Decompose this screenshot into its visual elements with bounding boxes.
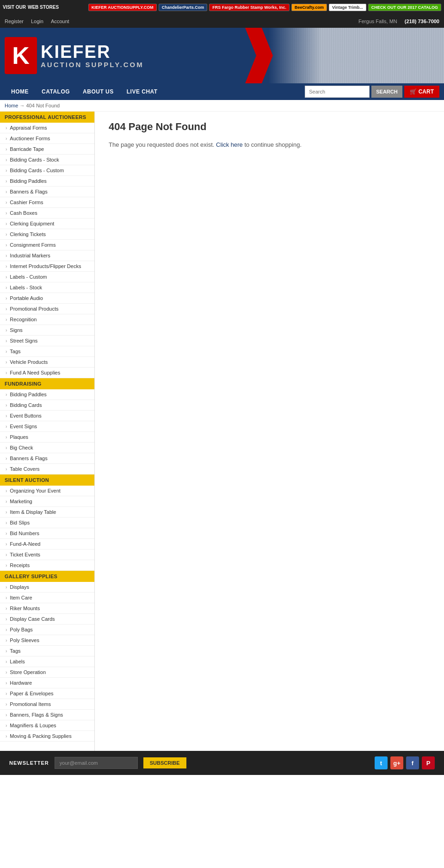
continue-shopping-link[interactable]: Click here — [216, 141, 243, 148]
chevron-right-icon: › — [6, 563, 7, 568]
sidebar-item-0-20[interactable]: ›Street Signs — [0, 336, 94, 346]
sidebar-item-3-5[interactable]: ›Poly Sleeves — [0, 635, 94, 646]
sidebar-item-0-17[interactable]: ›Promotional Products — [0, 304, 94, 314]
sidebar-item-3-4[interactable]: ›Poly Bags — [0, 624, 94, 635]
search-input[interactable] — [305, 86, 370, 98]
store-vintage[interactable]: Vintage Trimb... — [329, 4, 366, 11]
nav-login[interactable]: Login — [31, 19, 43, 24]
twitter-icon[interactable]: t — [375, 756, 388, 769]
sidebar-item-0-11[interactable]: ›Consignment Forms — [0, 240, 94, 250]
nav-livechat[interactable]: LIVE CHAT — [120, 83, 164, 100]
chevron-right-icon: › — [6, 585, 7, 590]
sidebar-item-3-0[interactable]: ›Displays — [0, 582, 94, 593]
sidebar-item-3-13[interactable]: ›Magnifiers & Loupes — [0, 720, 94, 731]
pinterest-icon[interactable]: P — [422, 756, 435, 769]
facebook-icon[interactable]: f — [406, 756, 419, 769]
chevron-right-icon: › — [6, 403, 7, 408]
nav-register[interactable]: Register — [5, 19, 24, 24]
sidebar-section-header-0: PROFESSIONAL AUCTIONEERS — [0, 112, 94, 123]
sidebar-item-1-0[interactable]: ›Bidding Paddles — [0, 389, 94, 400]
subscribe-button[interactable]: SUBSCRIBE — [143, 757, 186, 768]
sidebar-item-2-0[interactable]: ›Organizing Your Event — [0, 486, 94, 496]
sidebar-item-0-2[interactable]: ›Barricade Tape — [0, 144, 94, 155]
sidebar-item-0-18[interactable]: ›Recognition — [0, 314, 94, 325]
store-beecrafty[interactable]: BeeCrafty.com — [291, 4, 327, 11]
chevron-right-icon: › — [6, 136, 7, 141]
error-message: The page you requested does not exist. C… — [109, 140, 430, 150]
chevron-right-icon: › — [6, 413, 7, 418]
sidebar-item-1-2[interactable]: ›Event Buttons — [0, 411, 94, 421]
sidebar-item-0-16[interactable]: ›Portable Audio — [0, 293, 94, 304]
sidebar-item-1-7[interactable]: ›Table Covers — [0, 464, 94, 475]
breadcrumb-home[interactable]: Home — [5, 103, 18, 108]
chevron-right-icon: › — [6, 531, 7, 536]
chevron-right-icon: › — [6, 488, 7, 493]
cart-button[interactable]: 🛒 CART — [404, 86, 439, 98]
sidebar-item-2-1[interactable]: ›Marketing — [0, 496, 94, 507]
sidebar-item-2-5[interactable]: ›Fund-A-Need — [0, 539, 94, 550]
sidebar-item-0-14[interactable]: ›Labels - Custom — [0, 272, 94, 282]
sidebar-item-3-12[interactable]: ›Banners, Flags & Signs — [0, 710, 94, 720]
sidebar-item-0-23[interactable]: ›Fund A Need Supplies — [0, 368, 94, 378]
sidebar-item-3-6[interactable]: ›Tags — [0, 646, 94, 656]
sidebar-item-0-0[interactable]: ›Appraisal Forms — [0, 123, 94, 133]
sidebar-item-0-15[interactable]: ›Labels - Stock — [0, 282, 94, 293]
chevron-right-icon: › — [6, 243, 7, 248]
site-header: K KIEFER AUCTION SUPPLY.COM — [0, 28, 444, 83]
sidebar-item-3-11[interactable]: ›Promotional Items — [0, 699, 94, 710]
sidebar-item-3-10[interactable]: ›Paper & Envelopes — [0, 688, 94, 699]
sidebar-item-0-10[interactable]: ›Clerking Tickets — [0, 229, 94, 240]
sidebar-item-2-4[interactable]: ›Bid Numbers — [0, 528, 94, 539]
sidebar-item-1-6[interactable]: ›Banners & Flags — [0, 453, 94, 464]
sidebar-item-0-13[interactable]: ›Internet Products/Flipper Decks — [0, 261, 94, 272]
sidebar-item-2-3[interactable]: ›Bid Slips — [0, 518, 94, 528]
sidebar-item-2-6[interactable]: ›Ticket Events — [0, 550, 94, 560]
newsletter-email-input[interactable] — [55, 757, 138, 769]
sidebar-item-3-3[interactable]: ›Display Case Cards — [0, 614, 94, 624]
sidebar-item-3-9[interactable]: ›Hardware — [0, 678, 94, 688]
chevron-right-icon: › — [6, 520, 7, 525]
store-kiefer[interactable]: KIEFER AUCTIONSUPPLY.COM — [88, 4, 157, 11]
top-banner: VISIT OUR WEB STORES KIEFER AUCTIONSUPPL… — [0, 0, 444, 15]
nav-home[interactable]: HOME — [5, 83, 35, 100]
nav-catalog[interactable]: CATALOG — [35, 83, 76, 100]
sidebar-section-header-2: SILENT AUCTION — [0, 475, 94, 486]
sidebar-item-2-2[interactable]: ›Item & Display Table — [0, 507, 94, 518]
sidebar-item-1-4[interactable]: ›Plaques — [0, 432, 94, 443]
chevron-right-icon: › — [6, 467, 7, 472]
sidebar-item-0-7[interactable]: ›Cashier Forms — [0, 197, 94, 208]
chevron-right-icon: › — [6, 200, 7, 205]
store-chandelier[interactable]: ChandelierParts.Com — [159, 4, 208, 11]
sidebar-item-3-14[interactable]: ›Moving & Packing Supplies — [0, 731, 94, 742]
sidebar-item-0-6[interactable]: ›Banners & Flags — [0, 187, 94, 197]
sidebar-item-0-1[interactable]: ›Auctioneer Forms — [0, 133, 94, 144]
chevron-right-icon: › — [6, 435, 7, 440]
google-plus-icon[interactable]: g+ — [390, 756, 403, 769]
sidebar-item-2-7[interactable]: ›Receipts — [0, 560, 94, 571]
sidebar-item-0-21[interactable]: ›Tags — [0, 346, 94, 357]
sidebar-item-0-5[interactable]: ›Bidding Paddles — [0, 176, 94, 187]
sidebar-item-0-8[interactable]: ›Cash Boxes — [0, 208, 94, 219]
chevron-right-icon: › — [6, 542, 7, 547]
sidebar-item-3-8[interactable]: ›Store Operation — [0, 667, 94, 678]
sidebar-item-0-19[interactable]: ›Signs — [0, 325, 94, 336]
sidebar-item-1-1[interactable]: ›Bidding Cards — [0, 400, 94, 411]
sidebar-item-0-4[interactable]: ›Bidding Cards - Custom — [0, 165, 94, 176]
sidebar-item-1-5[interactable]: ›Big Check — [0, 443, 94, 453]
store-catalog[interactable]: CHECK OUT OUR 2017 CATALOG — [368, 4, 441, 11]
sidebar-item-3-2[interactable]: ›Riker Mounts — [0, 603, 94, 614]
sidebar-item-1-3[interactable]: ›Event Signs — [0, 421, 94, 432]
sidebar-item-0-3[interactable]: ›Bidding Cards - Stock — [0, 155, 94, 165]
sidebar-item-0-22[interactable]: ›Vehicle Products — [0, 357, 94, 368]
sidebar-item-0-12[interactable]: ›Industrial Markers — [0, 250, 94, 261]
logo-kiefer: KIEFER — [41, 43, 144, 61]
sidebar-item-0-9[interactable]: ›Clerking Equipment — [0, 219, 94, 229]
sidebar-item-3-7[interactable]: ›Labels — [0, 656, 94, 667]
search-button[interactable]: SEARCH — [371, 86, 402, 98]
sidebar-item-3-1[interactable]: ›Item Care — [0, 593, 94, 603]
nav-about[interactable]: ABOUT US — [76, 83, 120, 100]
store-frs[interactable]: FRS Fargo Rubber Stamp Works, Inc. — [209, 4, 290, 11]
chevron-right-icon: › — [6, 681, 7, 686]
chevron-right-icon: › — [6, 221, 7, 226]
nav-account[interactable]: Account — [51, 19, 69, 24]
